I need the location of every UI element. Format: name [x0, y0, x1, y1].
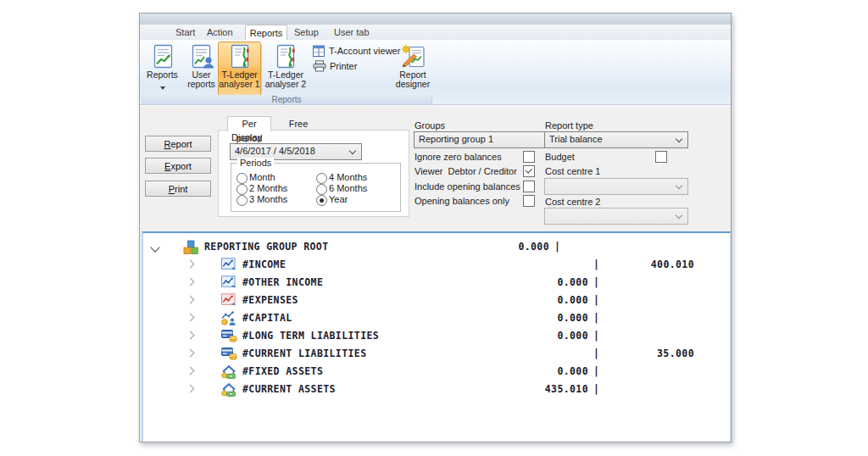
radio-2-months[interactable]: [236, 184, 248, 195]
ribbon-tab-row: Start Action Reports Setup User tab: [140, 25, 731, 40]
tree-row-label: #LONG TERM LIABILITIES: [242, 327, 379, 345]
reports-button[interactable]: Reports: [143, 42, 181, 93]
chevron-right-icon[interactable]: [186, 349, 195, 358]
radio-month[interactable]: [236, 173, 248, 184]
radio-3-months[interactable]: [236, 195, 248, 206]
radio-4-months[interactable]: [316, 173, 327, 184]
radio-year[interactable]: [316, 195, 327, 206]
chevron-right-icon[interactable]: [186, 331, 195, 340]
ribbon-bottom-divider-highlight: [140, 105, 731, 106]
cost-centre-2-combobox[interactable]: [544, 208, 688, 225]
cost-centre-1-label: Cost centre 1: [545, 166, 600, 176]
t-account-viewer-label: T-Account viewer: [329, 46, 400, 56]
chevron-right-icon[interactable]: [186, 367, 195, 375]
tab-setup[interactable]: Setup: [294, 25, 319, 40]
report-type-value: Trial balance: [549, 134, 603, 144]
tab-user-tab[interactable]: User tab: [334, 25, 370, 40]
title-bar: [140, 14, 731, 25]
groups-value: Reporting group 1: [419, 134, 493, 144]
radio-6-months[interactable]: [316, 184, 327, 195]
opening-balances-only-checkbox[interactable]: [523, 195, 535, 207]
tree-row-separator: |: [593, 292, 602, 309]
tree-row-debit: 0.000: [487, 327, 588, 345]
report-designer-label-line2: designer: [392, 80, 434, 89]
tree-row-separator: |: [593, 309, 602, 327]
tree-row-label: #CURRENT ASSETS: [242, 381, 336, 398]
tree-row-separator: |: [554, 238, 563, 256]
chevron-right-icon[interactable]: [186, 278, 195, 286]
tree-row-label: #EXPENSES: [242, 292, 298, 309]
t-ledger-analyser-1-button[interactable]: T-Ledger analyser 1: [218, 42, 261, 96]
report-type-label: Report type: [545, 120, 593, 131]
tab-per-period[interactable]: Per period: [227, 116, 271, 131]
budget-label: Budget: [545, 152, 575, 162]
chevron-right-icon[interactable]: [186, 260, 195, 269]
t-account-table-icon: [313, 45, 326, 58]
tree-row[interactable]: #CURRENT ASSETS 435.010 |: [143, 381, 730, 398]
t-ledger-2-label-line2: analyser 2: [264, 80, 308, 89]
tree-row[interactable]: REPORTING GROUP ROOT 0.000 |: [143, 238, 730, 256]
budget-checkbox[interactable]: [655, 151, 667, 163]
report-designer-button[interactable]: Report designer: [392, 42, 434, 93]
groups-combobox[interactable]: Reporting group 1: [414, 131, 558, 148]
tree-row-separator: |: [593, 345, 602, 363]
printer-button[interactable]: Printer: [313, 59, 357, 73]
income-chart-icon: [221, 275, 236, 289]
printer-icon: [313, 60, 326, 72]
report-type-combobox[interactable]: Trial balance: [544, 131, 688, 148]
tree-row-separator: |: [593, 381, 602, 398]
tree-row-separator: |: [593, 256, 602, 274]
chevron-down-icon[interactable]: [150, 242, 159, 252]
t-ledger-icon: [274, 44, 298, 70]
tree-row[interactable]: #OTHER INCOME 0.000 |: [143, 274, 730, 292]
report-document-icon: [151, 44, 175, 70]
capital-chart-icon: [221, 311, 236, 325]
ribbon: Reports User reports T-Led: [140, 40, 731, 104]
ignore-zero-balances-checkbox[interactable]: [523, 151, 535, 163]
cost-centre-1-combobox[interactable]: [544, 178, 688, 195]
chevron-down-icon: [676, 182, 682, 189]
tab-free-selection[interactable]: Free selection: [270, 118, 326, 131]
tree-row[interactable]: #INCOME | 400.010: [143, 256, 730, 274]
user-reports-label-line2: reports: [182, 80, 220, 89]
tree-row-label: #FIXED ASSETS: [242, 363, 323, 381]
tree-row[interactable]: #LONG TERM LIABILITIES 0.000 |: [143, 327, 730, 345]
tree-row-credit: 35.000: [614, 345, 694, 363]
radio-3-months-label: 3 Months: [249, 194, 287, 204]
print-button[interactable]: Print: [145, 181, 211, 197]
include-opening-balances-checkbox[interactable]: [523, 181, 535, 192]
screenshot-canvas: Start Action Reports Setup User tab Repo…: [0, 0, 868, 456]
tree-row[interactable]: #CAPITAL 0.000 |: [143, 309, 730, 327]
expenses-chart-icon: [221, 293, 236, 307]
radio-2-months-label: 2 Months: [249, 183, 287, 193]
tab-reports[interactable]: Reports: [245, 25, 287, 40]
tree-row[interactable]: #EXPENSES 0.000 |: [143, 292, 730, 309]
export-button[interactable]: Export: [145, 158, 211, 174]
tab-action[interactable]: Action: [207, 25, 233, 40]
tree-row-separator: |: [593, 274, 602, 292]
t-ledger-analyser-2-button[interactable]: T-Ledger analyser 2: [264, 42, 308, 93]
chevron-right-icon[interactable]: [186, 385, 195, 393]
radio-month-label: Month: [249, 172, 275, 182]
income-chart-icon: [221, 258, 236, 271]
report-button[interactable]: Report: [145, 136, 211, 152]
t-account-viewer-button[interactable]: T-Account viewer: [313, 44, 400, 58]
tree-row-separator: |: [593, 363, 602, 381]
assets-house-icon: [221, 364, 236, 379]
user-reports-button[interactable]: User reports: [182, 42, 220, 93]
tree-row-debit: 0.000: [448, 238, 549, 256]
tree-row-debit: 0.000: [487, 292, 588, 309]
chevron-right-icon[interactable]: [186, 296, 195, 304]
tree-row[interactable]: #CURRENT LIABILITIES | 35.000: [143, 345, 730, 363]
include-opening-balances-label: Include opening balances: [415, 181, 520, 192]
dropdown-arrow-icon: [160, 86, 165, 90]
viewer-debtor-creditor-checkbox[interactable]: [523, 165, 535, 177]
chevron-right-icon[interactable]: [186, 314, 195, 322]
tree-row-credit: 400.010: [614, 256, 694, 274]
radio-4-months-label: 4 Months: [329, 172, 367, 182]
tree-row[interactable]: #FIXED ASSETS 0.000 |: [143, 363, 730, 381]
tree-row-label: #INCOME: [242, 256, 286, 274]
radio-6-months-label: 6 Months: [329, 183, 367, 193]
tab-start[interactable]: Start: [175, 25, 195, 40]
tree-row-debit: 0.000: [487, 274, 588, 292]
